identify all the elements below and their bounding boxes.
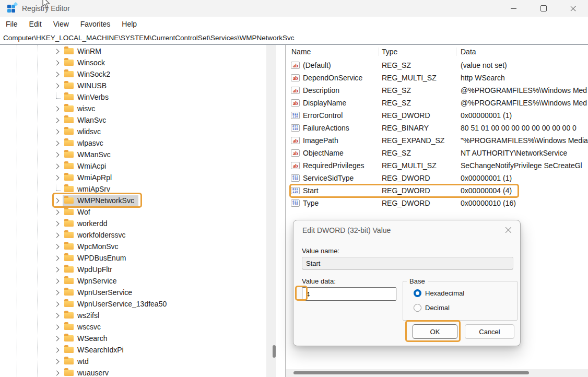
- chevron-right-icon[interactable]: [54, 49, 60, 54]
- cancel-button[interactable]: Cancel: [465, 324, 514, 339]
- chevron-right-icon[interactable]: [54, 232, 60, 238]
- tree-item[interactable]: WinSock2: [0, 68, 266, 80]
- ok-button[interactable]: OK: [413, 324, 457, 339]
- tree-item[interactable]: wlidsvc: [0, 126, 266, 137]
- value-row[interactable]: RequiredPrivileges REG_MULTI_SZ SeChange…: [286, 159, 588, 172]
- folder-icon: [64, 301, 74, 307]
- radio-hexadecimal[interactable]: Hexadecimal: [414, 289, 464, 297]
- chevron-right-icon[interactable]: [54, 60, 60, 65]
- menu-item[interactable]: View: [48, 20, 75, 28]
- tree-item[interactable]: WSearchIdxPi: [0, 344, 266, 356]
- chevron-right-icon[interactable]: [54, 290, 60, 295]
- chevron-right-icon[interactable]: [54, 152, 60, 157]
- tree-item[interactable]: Winsock: [0, 57, 266, 68]
- value-row[interactable]: DependOnService REG_MULTI_SZ http WSearc…: [286, 72, 588, 84]
- value-row[interactable]: ObjectName REG_SZ NT AUTHORITY\NetworkSe…: [286, 147, 588, 159]
- close-button[interactable]: [558, 0, 588, 17]
- tree-item[interactable]: WINUSB: [0, 80, 266, 91]
- dialog-close-icon[interactable]: [504, 226, 512, 234]
- column-header-data[interactable]: Data: [456, 48, 588, 56]
- chevron-right-icon[interactable]: [54, 106, 60, 111]
- tree-item[interactable]: WinVerbs: [0, 91, 266, 103]
- tree-item[interactable]: WpcMonSvc: [0, 241, 266, 252]
- tree-item[interactable]: ws2ifsl: [0, 310, 266, 321]
- menu-item[interactable]: File: [0, 20, 23, 28]
- menu-item[interactable]: Favorites: [75, 20, 116, 28]
- minimize-button[interactable]: [499, 0, 528, 17]
- chevron-right-icon[interactable]: [54, 359, 60, 364]
- chevron-right-icon[interactable]: [54, 278, 60, 284]
- value-row[interactable]: Start REG_DWORD 0x00000004 (4): [286, 184, 588, 197]
- chevron-right-icon[interactable]: [54, 244, 60, 249]
- values-scrollbar-thumb[interactable]: [293, 371, 529, 374]
- tree-item[interactable]: WpdUpFltr: [0, 264, 266, 275]
- chevron-right-icon[interactable]: [54, 140, 60, 146]
- value-data: @%PROGRAMFILES%\Windows Med: [456, 99, 588, 107]
- radio-unselected-icon[interactable]: [414, 304, 421, 312]
- value-type: REG_SZ: [379, 99, 456, 107]
- registry-path: Computer\HKEY_LOCAL_MACHINE\SYSTEM\Curre…: [0, 34, 294, 42]
- radio-decimal-label: Decimal: [425, 304, 450, 312]
- chevron-right-icon[interactable]: [54, 209, 60, 215]
- chevron-right-icon[interactable]: [54, 129, 60, 134]
- tree-item[interactable]: WmiAcpi: [0, 160, 266, 172]
- tree-item[interactable]: WmiApRpl: [0, 172, 266, 183]
- chevron-right-icon[interactable]: [54, 301, 60, 307]
- value-name-field[interactable]: [302, 257, 513, 269]
- tree-item[interactable]: wtd: [0, 356, 266, 367]
- tree-scrollbar-thumb[interactable]: [273, 345, 276, 358]
- value-row[interactable]: ImagePath REG_EXPAND_SZ "%PROGRAMFILES%\…: [286, 134, 588, 147]
- tree-item[interactable]: wscsvc: [0, 321, 266, 333]
- value-row[interactable]: Type REG_DWORD 0x00000010 (16): [286, 197, 588, 209]
- tree-item[interactable]: wuauserv: [0, 367, 266, 377]
- tree-item[interactable]: WManSvc: [0, 149, 266, 160]
- chevron-right-icon[interactable]: [54, 336, 60, 341]
- tree-item[interactable]: WlanSvc: [0, 114, 266, 126]
- value-row[interactable]: Description REG_SZ @%PROGRAMFILES%\Windo…: [286, 84, 588, 97]
- tree-item[interactable]: WpnUserService_13dfea50: [0, 298, 266, 310]
- tree-item[interactable]: wlpasvc: [0, 137, 266, 149]
- tree-item[interactable]: WpnUserService: [0, 287, 266, 298]
- chevron-right-icon[interactable]: [54, 324, 60, 329]
- menu-item[interactable]: Help: [116, 20, 143, 28]
- maximize-button[interactable]: [528, 0, 558, 17]
- tree-item[interactable]: workfolderssvc: [0, 229, 266, 241]
- value-row[interactable]: ErrorControl REG_DWORD 0x00000001 (1): [286, 109, 588, 122]
- column-header-type[interactable]: Type: [379, 48, 456, 56]
- tree-item[interactable]: WinRM: [0, 45, 266, 57]
- address-bar[interactable]: Computer\HKEY_LOCAL_MACHINE\SYSTEM\Curre…: [0, 31, 588, 45]
- value-data-field[interactable]: [302, 287, 396, 301]
- chevron-right-icon[interactable]: [54, 175, 60, 180]
- chevron-right-icon[interactable]: [54, 198, 60, 203]
- chevron-right-icon[interactable]: [54, 370, 60, 375]
- tree-item[interactable]: WpnService: [0, 275, 266, 287]
- radio-selected-icon[interactable]: [414, 289, 421, 297]
- value-row[interactable]: FailureActions REG_BINARY 80 51 01 00 00…: [286, 122, 588, 134]
- value-row[interactable]: ServiceSidType REG_DWORD 0x00000001 (1): [286, 172, 588, 184]
- chevron-right-icon[interactable]: [54, 313, 60, 318]
- chevron-right-icon[interactable]: [54, 255, 60, 261]
- tree-item[interactable]: wisvc: [0, 103, 266, 114]
- panel-divider[interactable]: [285, 45, 286, 377]
- chevron-right-icon[interactable]: [54, 221, 60, 226]
- chevron-right-icon[interactable]: [54, 72, 60, 77]
- tree-item[interactable]: WSearch: [0, 333, 266, 344]
- tree-vertical-scrollbar[interactable]: [266, 45, 276, 377]
- tree-item[interactable]: workerdd: [0, 218, 266, 229]
- value-row[interactable]: DisplayName REG_SZ @%PROGRAMFILES%\Windo…: [286, 97, 588, 109]
- tree-item[interactable]: WPDBusEnum: [0, 252, 266, 264]
- chevron-right-icon[interactable]: [54, 267, 60, 272]
- tree-item[interactable]: wmiApSrv: [0, 183, 266, 195]
- values-horizontal-scrollbar[interactable]: [286, 369, 588, 377]
- tree-item[interactable]: Wof: [0, 206, 266, 218]
- tree-item[interactable]: WMPNetworkSvc: [0, 195, 266, 206]
- reg-value-type-icon: [291, 199, 300, 207]
- value-row[interactable]: (Default) REG_SZ (value not set): [286, 59, 588, 72]
- menu-item[interactable]: Edit: [23, 20, 48, 28]
- chevron-right-icon[interactable]: [54, 83, 60, 88]
- radio-decimal[interactable]: Decimal: [414, 304, 450, 312]
- column-header-name[interactable]: Name: [286, 48, 379, 56]
- chevron-right-icon[interactable]: [54, 117, 60, 123]
- chevron-right-icon[interactable]: [54, 347, 60, 352]
- chevron-right-icon[interactable]: [54, 163, 60, 169]
